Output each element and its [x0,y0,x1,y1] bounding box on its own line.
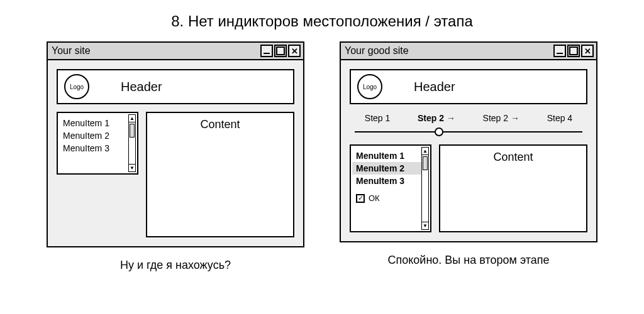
scroll-thumb[interactable] [423,156,428,170]
menu-item[interactable]: MenuItem 1 [63,117,126,129]
close-icon[interactable] [581,45,594,57]
window-body: Logo Header MenuItem 1 MenuItem 2 MenuIt… [48,60,303,246]
comparison-pair: Your site Logo Header MenuItem 1 MenuIte… [13,41,631,272]
titlebar: Your site [48,43,303,60]
track-line [355,131,582,133]
maximize-icon[interactable] [274,45,287,57]
scrollbar[interactable]: ▲ ▼ [128,114,136,172]
checkbox-row: ✓ ОК [356,193,419,203]
scroll-track[interactable] [129,122,135,164]
step-label[interactable]: Step 4 [547,113,572,123]
bad-window: Your site Logo Header MenuItem 1 MenuIte… [47,41,304,247]
site-header: Logo Header [57,69,294,104]
step-track [355,127,582,137]
step-position-dot[interactable] [435,127,443,136]
window-title: Your good site [345,45,409,57]
left-caption: Ну и где я нахожусь? [120,259,231,272]
step-label[interactable]: Step 1 [365,113,390,123]
scroll-up-icon[interactable]: ▲ [422,148,428,155]
header-label: Header [414,80,455,94]
checkbox-label: ОК [369,193,380,203]
minimize-icon[interactable] [553,45,566,57]
scrollbar[interactable]: ▲ ▼ [421,147,429,230]
right-column: Your good site Logo Header Step 1 Step 2… [340,41,597,272]
content-area: Content [146,112,294,237]
site-header: Logo Header [350,69,587,104]
step-label-active[interactable]: Step 2 → [418,113,455,123]
menu: MenuItem 1 MenuItem 2 MenuItem 3 ▲ ▼ [57,112,138,175]
window-title: Your site [52,45,91,57]
menu: MenuItem 1 MenuItem 2 MenuItem 3 ✓ ОК ▲ … [350,144,431,232]
checkbox-icon[interactable]: ✓ [356,194,365,203]
menu-item[interactable]: MenuItem 1 [356,149,419,162]
page-title: 8. Нет индикторов местоположения / этапа [13,13,631,30]
menu-item[interactable]: MenuItem 3 [63,142,126,154]
menu-item-active[interactable]: MenuItem 2 [352,162,429,175]
main-row: MenuItem 1 MenuItem 2 MenuItem 3 ✓ ОК ▲ … [350,144,587,232]
step-label[interactable]: Step 2 → [483,113,519,123]
titlebar: Your good site [341,43,596,60]
scroll-thumb[interactable] [130,124,135,138]
content-area: Content [439,144,587,232]
close-icon[interactable] [288,45,301,57]
scroll-down-icon[interactable]: ▼ [422,222,428,229]
logo: Logo [357,74,382,99]
step-indicator: Step 1 Step 2 → Step 2 → Step 4 [350,113,587,123]
maximize-icon[interactable] [567,45,580,57]
scroll-down-icon[interactable]: ▼ [129,164,135,171]
main-row: MenuItem 1 MenuItem 2 MenuItem 3 ▲ ▼ Con… [57,112,294,237]
right-caption: Спокойно. Вы на втором этапе [388,254,550,267]
menu-item[interactable]: MenuItem 3 [356,175,419,187]
window-controls [260,45,301,57]
header-label: Header [121,80,162,94]
window-body: Logo Header Step 1 Step 2 → Step 2 → Ste… [341,60,596,241]
good-window: Your good site Logo Header Step 1 Step 2… [340,41,597,242]
scroll-track[interactable] [422,155,428,222]
menu-item[interactable]: MenuItem 2 [63,129,126,142]
minimize-icon[interactable] [260,45,273,57]
window-controls [553,45,594,57]
scroll-up-icon[interactable]: ▲ [129,115,135,122]
logo: Logo [64,74,89,99]
left-column: Your site Logo Header MenuItem 1 MenuIte… [47,41,304,272]
